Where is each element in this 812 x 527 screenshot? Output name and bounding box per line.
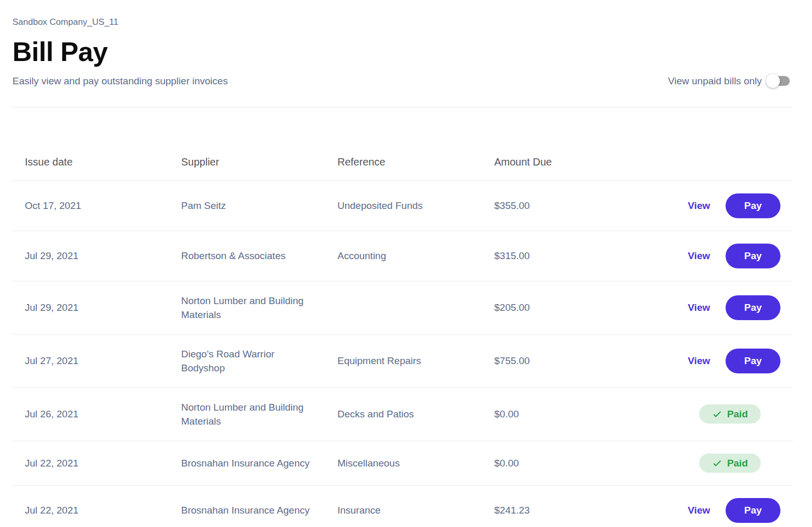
issue-date-cell: Jul 29, 2021 <box>12 300 169 314</box>
pay-button[interactable]: Pay <box>726 295 780 320</box>
supplier-cell: Norton Lumber and Building Materials <box>169 294 325 322</box>
supplier-cell: Brosnahan Insurance Agency <box>169 503 325 517</box>
amount-due-cell: $0.00 <box>482 407 622 421</box>
reference-cell: Insurance <box>325 503 482 517</box>
actions-cell: View Pay Paid <box>622 498 793 523</box>
table-row: Jul 27, 2021 Diego's Road Warrior Bodysh… <box>12 335 793 388</box>
pay-button[interactable]: Pay <box>726 244 780 268</box>
column-header-supplier: Supplier <box>169 156 325 168</box>
issue-date-cell: Jul 27, 2021 <box>12 354 169 368</box>
reference-cell: Miscellaneous <box>325 456 482 470</box>
pay-button[interactable]: Pay <box>726 193 780 218</box>
amount-due-cell: $0.00 <box>482 456 622 470</box>
column-header-reference: Reference <box>325 156 482 168</box>
supplier-cell: Norton Lumber and Building Materials <box>169 400 325 428</box>
column-header-amount-due: Amount Due <box>482 156 622 168</box>
actions-cell: View Pay Paid <box>622 193 793 218</box>
supplier-cell: Robertson & Associates <box>169 249 325 263</box>
paid-badge: Paid <box>699 454 761 473</box>
amount-due-cell: $315.00 <box>482 249 622 263</box>
issue-date-cell: Jul 22, 2021 <box>12 503 169 517</box>
table-row: Jul 22, 2021 Brosnahan Insurance Agency … <box>12 486 793 527</box>
supplier-cell: Brosnahan Insurance Agency <box>169 456 325 470</box>
pay-button[interactable]: Pay <box>726 349 780 373</box>
unpaid-filter-label: View unpaid bills only <box>668 76 762 87</box>
view-link[interactable]: View <box>688 249 710 263</box>
table-header-row: Issue date Supplier Reference Amount Due <box>12 112 793 181</box>
reference-cell: Undeposited Funds <box>325 199 482 213</box>
paid-label: Paid <box>727 456 748 470</box>
toggle-knob-icon <box>766 74 780 88</box>
amount-due-cell: $355.00 <box>482 199 622 213</box>
actions-cell: View Pay Paid <box>622 244 793 268</box>
company-name: Sandbox Company_US_11 <box>12 17 793 27</box>
page-title: Bill Pay <box>12 38 793 66</box>
actions-cell: View Pay Paid <box>622 404 793 424</box>
table-row: Jul 22, 2021 Brosnahan Insurance Agency … <box>12 441 793 486</box>
check-icon <box>712 409 722 419</box>
unpaid-filter: View unpaid bills only <box>668 76 790 87</box>
page-subtitle: Easily view and pay outstanding supplier… <box>12 76 228 87</box>
reference-cell: Accounting <box>325 249 482 263</box>
issue-date-cell: Oct 17, 2021 <box>12 199 169 213</box>
amount-due-cell: $241.23 <box>482 503 622 517</box>
actions-cell: View Pay Paid <box>622 349 793 373</box>
table-row: Jul 29, 2021 Norton Lumber and Building … <box>12 281 793 335</box>
supplier-cell: Diego's Road Warrior Bodyshop <box>169 347 325 375</box>
amount-due-cell: $205.00 <box>482 300 622 314</box>
reference-cell: Equipment Repairs <box>325 354 482 368</box>
check-icon <box>712 458 722 468</box>
actions-cell: View Pay Paid <box>622 454 793 473</box>
table-row: Jul 26, 2021 Norton Lumber and Building … <box>12 388 793 441</box>
amount-due-cell: $755.00 <box>482 354 622 368</box>
view-link[interactable]: View <box>688 199 710 213</box>
table-row: Oct 17, 2021 Pam Seitz Undeposited Funds… <box>12 181 793 231</box>
bills-table: Issue date Supplier Reference Amount Due… <box>12 112 793 527</box>
view-link[interactable]: View <box>688 300 710 314</box>
issue-date-cell: Jul 22, 2021 <box>12 456 169 470</box>
pay-button[interactable]: Pay <box>726 498 780 523</box>
supplier-cell: Pam Seitz <box>169 199 325 213</box>
view-link[interactable]: View <box>688 354 710 368</box>
view-link[interactable]: View <box>688 503 710 517</box>
column-header-issue-date: Issue date <box>12 156 169 168</box>
issue-date-cell: Jul 29, 2021 <box>12 249 169 263</box>
issue-date-cell: Jul 26, 2021 <box>12 407 169 421</box>
bill-pay-page: Sandbox Company_US_11 Bill Pay Easily vi… <box>0 17 812 527</box>
unpaid-filter-toggle[interactable] <box>768 76 790 86</box>
table-row: Jul 29, 2021 Robertson & Associates Acco… <box>12 231 793 281</box>
actions-cell: View Pay Paid <box>622 295 793 320</box>
header-divider <box>12 107 793 108</box>
table-body: Oct 17, 2021 Pam Seitz Undeposited Funds… <box>12 181 793 527</box>
reference-cell: Decks and Patios <box>325 407 482 421</box>
subtitle-row: Easily view and pay outstanding supplier… <box>12 76 793 87</box>
paid-label: Paid <box>727 407 748 421</box>
paid-badge: Paid <box>699 404 761 424</box>
